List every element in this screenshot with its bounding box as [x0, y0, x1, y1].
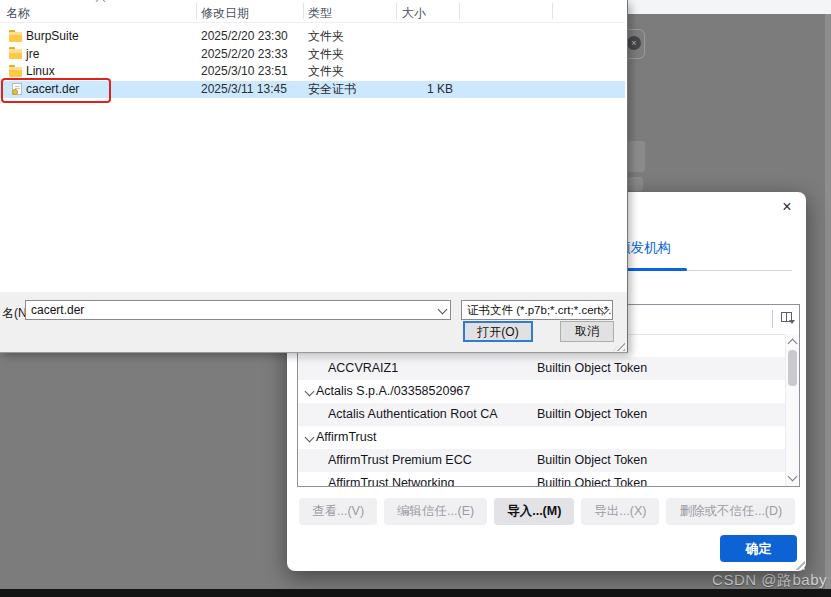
security-device: Builtin Object Token: [537, 357, 647, 380]
sort-ascending-icon: [96, 0, 106, 6]
table-row[interactable]: BurpSuite 2025/2/20 23:30 文件夹: [0, 28, 625, 46]
folder-icon: [9, 49, 22, 59]
chevron-down-icon[interactable]: [305, 387, 315, 397]
bottom-bar: [0, 589, 831, 597]
security-device: Builtin Object Token: [537, 449, 647, 472]
file-name: BurpSuite: [26, 28, 79, 46]
table-row[interactable]: AffirmTrust: [298, 426, 799, 449]
cert-name: ACCVRAIZ1: [328, 357, 398, 380]
cert-name: Actalis Authentication Root CA: [328, 403, 498, 426]
cert-name: AffirmTrust Networking: [328, 472, 454, 487]
cert-group-name: Actalis S.p.A./03358520967: [316, 380, 470, 403]
import-button[interactable]: 导入...(M): [494, 498, 574, 525]
delete-or-distrust-button[interactable]: 删除或不信任...(D): [666, 498, 795, 525]
scrollbar-thumb[interactable]: [788, 350, 797, 386]
open-button[interactable]: 打开(O): [463, 321, 533, 342]
table-row[interactable]: ACCVRAIZ1 Builtin Object Token: [298, 357, 799, 380]
filename-input[interactable]: [25, 300, 451, 320]
table-row[interactable]: AffirmTrust Premium ECC Builtin Object T…: [298, 449, 799, 472]
list-scrollbar[interactable]: [785, 334, 799, 486]
red-highlight-box: [1, 78, 111, 103]
dimmed-button-fragment: [628, 177, 643, 191]
certificate-rows: ACCVRAIZ1 Builtin Object Token Actalis S…: [298, 334, 799, 486]
scroll-down-icon[interactable]: [788, 472, 798, 482]
column-header-type[interactable]: 类型: [308, 5, 332, 22]
screen: × CSDN @路baby × 颁发机构 ACCVRAIZ1 Builtin O…: [0, 0, 831, 597]
chevron-down-icon[interactable]: [305, 433, 315, 443]
certificate-actions: 查看...(V) 编辑信任...(E) 导入...(M) 导出...(X) 删除…: [299, 498, 795, 525]
table-row[interactable]: Actalis S.p.A./03358520967: [298, 380, 799, 403]
table-row[interactable]: AffirmTrust Networking Builtin Object To…: [298, 472, 799, 487]
close-icon[interactable]: ×: [776, 196, 798, 218]
cancel-button[interactable]: 取消: [560, 321, 614, 342]
dimmed-button-fragment: [628, 141, 645, 172]
header-separator: [772, 310, 773, 328]
cert-name: AffirmTrust Premium ECC: [328, 449, 472, 472]
view-button[interactable]: 查看...(V): [299, 498, 377, 525]
watermark: CSDN @路baby: [712, 571, 827, 590]
column-header-date[interactable]: 修改日期: [201, 5, 249, 22]
export-button[interactable]: 导出...(X): [581, 498, 659, 525]
file-list-header: 名称 修改日期 类型 大小: [0, 0, 625, 22]
table-row[interactable]: Actalis Authentication Root CA Builtin O…: [298, 403, 799, 426]
ok-button[interactable]: 确定: [720, 535, 797, 562]
column-header-name[interactable]: 名称: [6, 5, 30, 22]
page-scrollbar: [825, 14, 831, 589]
folder-icon: [9, 32, 22, 42]
filetype-select[interactable]: 证书文件 (*.p7b;*.crt;*.cert;*.ce: [461, 300, 613, 320]
cert-group-name: AffirmTrust: [316, 426, 376, 449]
column-header-size[interactable]: 大小: [402, 5, 426, 22]
column-picker-icon[interactable]: [781, 312, 795, 325]
edit-trust-button[interactable]: 编辑信任...(E): [384, 498, 487, 525]
file-name: jre: [26, 46, 39, 64]
table-row[interactable]: jre 2025/2/20 23:33 文件夹: [0, 46, 625, 64]
clear-search-icon: ×: [627, 36, 641, 50]
file-open-dialog: 名称 修改日期 类型 大小 BurpSuite 2025/2/20 23:30 …: [0, 0, 628, 353]
security-device: Builtin Object Token: [537, 472, 647, 487]
folder-icon: [9, 67, 22, 77]
scroll-up-icon[interactable]: [788, 339, 798, 349]
security-device: Builtin Object Token: [537, 403, 647, 426]
